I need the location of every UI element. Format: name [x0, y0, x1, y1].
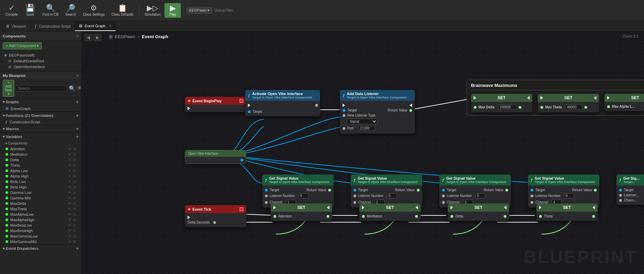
event-icon: ◆ — [188, 98, 190, 103]
var-dot — [5, 186, 8, 188]
variable-item-attention[interactable]: Attention 👁 ⊞ — [0, 146, 81, 152]
close-tab-icon[interactable]: × — [109, 24, 111, 28]
set-theta-node[interactable]: SET Theta — [536, 203, 598, 221]
add-function-icon[interactable]: + — [76, 113, 79, 118]
event-dispatchers-header[interactable]: ▾ Event Dispatchers + — [0, 245, 81, 252]
event-graph-item[interactable]: ⊞ EventGraph — [0, 106, 81, 111]
functions-section: ▾ Functions (21 Overridable) + ƒ Constru… — [0, 111, 81, 125]
variable-item-maxbetalow[interactable]: MaxBetaLow 👁 ⊞ — [0, 223, 81, 228]
macros-section-header[interactable]: ▾ Macros + — [0, 125, 81, 133]
class-settings-button[interactable]: ⚙ Class Settings — [80, 3, 107, 18]
blueprint-search-input[interactable] — [16, 85, 67, 91]
exec-pins-2 — [343, 103, 412, 108]
simulation-button[interactable]: ▶▷ Simulation — [142, 3, 163, 18]
find-in-cb-button[interactable]: 🔍 Find in CB — [40, 3, 61, 18]
variable-item-maxalphahigh[interactable]: MaxAlphaHigh 👁 ⊞ — [0, 217, 81, 223]
tab-construction-script[interactable]: ƒ Construction Script — [31, 21, 75, 31]
variable-item-gammalow[interactable]: Gamma Low 👁 ⊞ — [0, 190, 81, 195]
variable-item-maxtheta[interactable]: MaxTheta 👁 ⊞ — [0, 206, 81, 212]
max-delta-pin-row: Max Delta — [474, 104, 530, 110]
gs5-channel-row: Chann... — [619, 198, 644, 203]
gs3-listener-input[interactable] — [475, 193, 486, 198]
set-max-alpha-node[interactable]: SET Max Alpha L... — [604, 94, 644, 111]
get-signal-2-node[interactable]: ƒ Get Signal Value Target is Open Vibe I… — [351, 174, 422, 208]
add-graph-icon[interactable]: + — [76, 99, 79, 105]
port-input[interactable] — [358, 126, 375, 131]
variable-item-maxgammalow[interactable]: MaxGammaLow 👁 ⊞ — [0, 233, 81, 239]
save-button[interactable]: 💾 Save — [22, 3, 38, 18]
get-signal-4-node[interactable]: ƒ Get Signal Value Target is Open Vibe I… — [528, 174, 599, 208]
blueprint-search-row: + Add New ▾ 🔍 👁 — [0, 79, 81, 98]
var-dot — [5, 180, 8, 183]
open-vibe-interface-node[interactable]: Open Vibe Interface — [185, 150, 246, 164]
activate-open-vibe-node[interactable]: ƒ Activate Open Vibe Interface Target is… — [245, 90, 320, 116]
tree-item-defaultsceneroot[interactable]: ◎ DefaultSceneRoot — [0, 58, 81, 64]
set-meditation-node[interactable]: SET Meditation — [359, 203, 421, 221]
variable-item-maxgammamid[interactable]: MaxGammaMid 👁 ⊞ — [0, 239, 81, 244]
event-marker — [239, 99, 244, 103]
gs1-listener-input[interactable] — [298, 193, 309, 198]
add-new-button[interactable]: + Add New ▾ — [3, 80, 14, 97]
eye-icon[interactable]: 👁 — [77, 85, 82, 91]
debug-filter-dropdown[interactable]: EEGPawn ▾ — [187, 7, 212, 14]
compile-button[interactable]: ✓ Compile — [3, 3, 21, 18]
class-defaults-button[interactable]: 📋 Class Defaults — [109, 3, 136, 18]
variables-section-header[interactable]: ▾ Variables + — [0, 133, 81, 140]
gs2-listener-input[interactable] — [387, 193, 397, 198]
variable-item-betahigh[interactable]: Beta High 👁 ⊞ — [0, 184, 81, 190]
nav-forward-button[interactable]: ▶ — [94, 34, 101, 41]
var-dot — [5, 148, 8, 150]
variable-item-gammamid[interactable]: Gamma Mid 👁 ⊞ — [0, 195, 81, 201]
event-graph-canvas[interactable]: ◀ ▶ ⊞ EEGPawn > Event Graph Zoom 1:1 — [82, 31, 644, 274]
tree-item-eegpawn[interactable]: ◈ EEGPawn(self) — [0, 52, 81, 58]
search-button[interactable]: 🔎 Search — [62, 3, 79, 18]
variable-item-delta[interactable]: Delta 👁 ⊞ — [0, 157, 81, 163]
max-delta-input[interactable] — [498, 105, 517, 110]
graphs-section-header[interactable]: ▾ Graphs + — [0, 98, 81, 106]
close-blueprint-icon[interactable]: × — [77, 74, 79, 78]
gs4-listener-input[interactable] — [564, 193, 574, 198]
macros-section: ▾ Macros + — [0, 125, 81, 133]
gs1-target-row: Target Return Value — [265, 187, 331, 193]
tree-item-openvibeinterface[interactable]: ◎ OpenVibeInterface — [0, 64, 81, 70]
set-max-delta-node[interactable]: SET Max Delta — [471, 94, 532, 112]
search-icon[interactable]: 🔍 — [69, 85, 76, 92]
variable-item-meditation[interactable]: Meditation 👁 ⊞ — [0, 152, 81, 157]
variable-item-maxalphalow[interactable]: MaxAlphaLow 👁 ⊞ — [0, 212, 81, 217]
components-subsection-header[interactable]: ▾ Components — [0, 140, 81, 146]
add-dispatcher-icon[interactable]: + — [76, 246, 79, 251]
set-delta-node[interactable]: SET Delta — [448, 203, 509, 221]
play-button[interactable]: ▶ Play — [164, 3, 181, 18]
add-variable-icon[interactable]: + — [76, 134, 79, 139]
get-signal-5-node[interactable]: ƒ Get Sig... Target... Target Listener..… — [616, 174, 644, 205]
functions-section-header[interactable]: ▾ Functions (21 Overridable) + — [0, 112, 81, 119]
set-md-exec-in — [474, 96, 477, 100]
variable-item-maxdelta[interactable]: MaxDelta 👁 ⊞ — [0, 201, 81, 206]
breadcrumb-class[interactable]: EEGPawn — [115, 34, 135, 39]
scene-root-icon: ◎ — [8, 59, 12, 63]
set-attention-node[interactable]: SET Attention — [271, 203, 332, 221]
my-blueprint-header[interactable]: My Blueprint × — [0, 73, 81, 79]
max-theta-input[interactable] — [565, 105, 582, 110]
variable-item-betalow[interactable]: Beta Low 👁 ⊞ — [0, 179, 81, 184]
get-signal-3-node[interactable]: ƒ Get Signal Value Target is Open Vibe I… — [439, 174, 511, 208]
add-macro-icon[interactable]: + — [76, 126, 79, 132]
close-components-icon[interactable]: × — [76, 34, 79, 39]
listener-type-select[interactable]: Signal — [347, 119, 377, 124]
add-component-button[interactable]: + Add Component ▾ — [3, 42, 42, 49]
construction-script-item[interactable]: ƒ ConstructionScript — [0, 119, 81, 125]
variable-item-alphahigh[interactable]: Alpha High 👁 ⊞ — [0, 173, 81, 179]
tab-viewport[interactable]: 🖥 Viewport — [1, 21, 31, 31]
event-tick-node[interactable]: ◆ Event Tick Delta Seconds — [185, 205, 246, 227]
tab-event-graph[interactable]: ⊞ Event Graph × — [75, 21, 116, 31]
event-beginplay-node[interactable]: ◆ Event BeginPlay — [185, 97, 246, 112]
nav-back-button[interactable]: ◀ — [84, 34, 92, 41]
get-signal-1-node[interactable]: ƒ Get Signal Value Target is Open Vibe I… — [262, 174, 334, 208]
variable-item-alphalow[interactable]: Alpha Low 👁 ⊞ — [0, 168, 81, 173]
add-data-listener-node[interactable]: ƒ Add Data Listener Target is Open Vibe … — [340, 90, 415, 134]
variable-item-theta[interactable]: Theta 👁 ⊞ — [0, 163, 81, 168]
variable-item-maxbetahigh[interactable]: MaxBetaHigh 👁 ⊞ — [0, 228, 81, 233]
var-expand-icon: ⊞ — [73, 234, 76, 238]
target-pin-row: Target — [248, 109, 317, 114]
set-max-theta-node[interactable]: SET Max Theta — [538, 94, 599, 112]
